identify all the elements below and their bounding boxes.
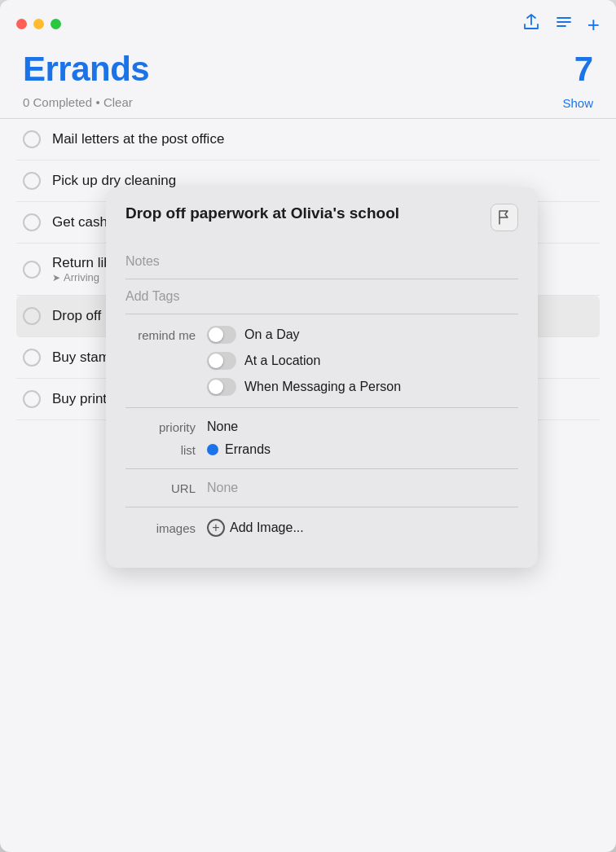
images-label: images xyxy=(125,521,207,535)
url-row: URL None xyxy=(125,481,518,495)
share-icon[interactable] xyxy=(522,13,540,35)
completed-info: 0 Completed • Clear xyxy=(23,95,133,110)
remind-me-section: remind me On a Day At a Location When Me… xyxy=(125,314,518,408)
task-checkbox-2[interactable] xyxy=(23,172,41,190)
list-label: list xyxy=(125,443,207,457)
show-button[interactable]: Show xyxy=(562,96,593,110)
list-name: Errands xyxy=(225,442,271,457)
task-row: Mail letters at the post office xyxy=(16,119,600,160)
task-checkbox-4[interactable] xyxy=(23,261,41,279)
task-name-2: Pick up dry cleaning xyxy=(52,173,443,189)
add-image-button[interactable]: + Add Image... xyxy=(207,519,304,537)
clear-button[interactable]: Clear xyxy=(103,95,133,109)
url-section: URL None xyxy=(125,469,518,507)
images-row: images + Add Image... xyxy=(125,519,518,537)
detail-panel: Drop off paperwork at Olivia's school No… xyxy=(106,187,538,568)
completed-count: 0 Completed xyxy=(23,95,92,109)
detail-header: Drop off paperwork at Olivia's school xyxy=(125,204,518,231)
task-checkbox-6[interactable] xyxy=(23,349,41,367)
remind-me-label: remind me xyxy=(125,326,207,342)
detail-title: Drop off paperwork at Olivia's school xyxy=(125,204,399,224)
add-image-label: Add Image... xyxy=(230,520,304,535)
toggle-on-a-day[interactable] xyxy=(207,326,236,344)
completed-bar: 0 Completed • Clear Show xyxy=(0,89,616,118)
add-tags-placeholder: Add Tags xyxy=(125,289,179,303)
list-dot xyxy=(207,444,218,455)
notes-field[interactable]: Notes xyxy=(125,244,518,279)
remind-option-day: On a Day xyxy=(207,326,518,344)
task-checkbox-7[interactable] xyxy=(23,390,41,408)
add-tags-field[interactable]: Add Tags xyxy=(125,279,518,314)
add-icon[interactable]: + xyxy=(587,14,600,35)
toggle-when-messaging[interactable] xyxy=(207,378,236,396)
list-row: list Errands xyxy=(125,442,518,457)
remind-options: On a Day At a Location When Messaging a … xyxy=(207,326,518,396)
remind-on-a-day-label: On a Day xyxy=(244,327,300,342)
toggle-at-a-location[interactable] xyxy=(207,352,236,370)
meta-section: priority None list Errands xyxy=(125,408,518,469)
minimize-button[interactable] xyxy=(33,19,44,29)
traffic-lights xyxy=(16,19,61,29)
main-window: + Errands 7 0 Completed • Clear Show Mai… xyxy=(0,0,616,852)
priority-value[interactable]: None xyxy=(207,419,238,434)
remind-option-message: When Messaging a Person xyxy=(207,378,518,396)
maximize-button[interactable] xyxy=(51,19,61,29)
list-value[interactable]: Errands xyxy=(207,442,271,457)
task-checkbox-1[interactable] xyxy=(23,130,41,148)
remind-when-messaging-label: When Messaging a Person xyxy=(244,380,401,394)
close-button[interactable] xyxy=(16,19,27,29)
remind-at-a-location-label: At a Location xyxy=(244,354,320,368)
item-count: 7 xyxy=(574,50,593,89)
images-section: images + Add Image... xyxy=(125,507,518,548)
url-value[interactable]: None xyxy=(207,481,238,495)
task-location-4: Arriving xyxy=(64,271,99,283)
notes-placeholder: Notes xyxy=(125,254,160,268)
location-icon: ➤ xyxy=(52,272,60,283)
list-icon[interactable] xyxy=(555,13,573,35)
task-checkbox-3[interactable] xyxy=(23,213,41,231)
task-name-1: Mail letters at the post office xyxy=(52,131,443,147)
list-title: Errands xyxy=(23,50,149,89)
priority-label: priority xyxy=(125,420,207,434)
priority-row: priority None xyxy=(125,419,518,434)
header: Errands 7 xyxy=(0,42,616,89)
add-image-icon: + xyxy=(207,519,225,537)
titlebar: + xyxy=(0,0,616,42)
flag-button[interactable] xyxy=(491,204,518,231)
separator: • xyxy=(96,95,103,109)
remind-option-location: At a Location xyxy=(207,352,518,370)
url-label: URL xyxy=(125,481,207,495)
task-checkbox-5[interactable] xyxy=(23,307,41,325)
remind-row: remind me On a Day At a Location When Me… xyxy=(125,326,518,396)
titlebar-actions: + xyxy=(522,13,600,35)
